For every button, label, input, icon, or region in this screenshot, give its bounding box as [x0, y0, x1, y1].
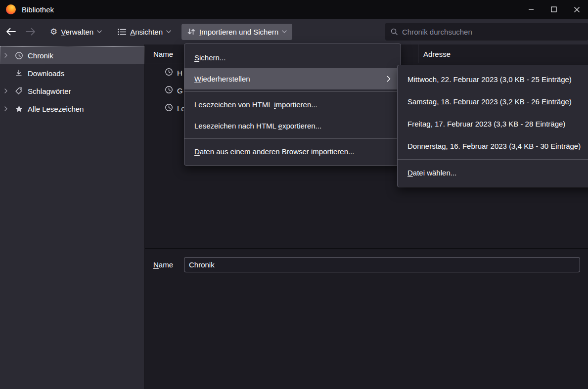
submenu-item-backup-date[interactable]: Freitag, 17. Februar 2023 (3,3 KB - 28 E… [398, 113, 588, 135]
menu-item-sichern[interactable]: Sichern... [184, 47, 401, 68]
forward-button[interactable] [22, 23, 40, 41]
pane-splitter[interactable] [145, 248, 588, 249]
menu-item-label: Freitag, 17. Februar 2023 (3,3 KB - 28 E… [407, 120, 565, 128]
submenu-arrow-icon [387, 76, 391, 82]
back-button[interactable] [2, 23, 20, 41]
gear-icon: ⚙ [50, 28, 57, 36]
back-arrow-icon [5, 27, 16, 36]
minimize-button[interactable] [520, 0, 543, 19]
submenu-item-datei-waehlen[interactable]: Datei wählen... [398, 162, 588, 184]
menu-item-wiederherstellen[interactable]: Wiederherstellen [184, 68, 401, 89]
tag-icon [14, 87, 23, 95]
verwalten-button[interactable]: ⚙ Verwalten [45, 24, 107, 40]
detail-name-input[interactable] [184, 257, 580, 272]
menu-item-lesezeichen-exportieren[interactable]: Lesezeichen nach HTML exportieren... [184, 115, 401, 136]
toolbar: ⚙ Verwalten Ansichten Importieren und Si… [0, 19, 588, 44]
importieren-und-sichern-button[interactable]: Importieren und Sichern [181, 24, 292, 40]
chevron-down-icon [97, 30, 102, 33]
column-header-adresse[interactable]: Adresse [418, 44, 588, 63]
sidebar: Chronik Downloads Schlagwörter Alle Lese… [0, 44, 145, 389]
sidebar-item-label: Chronik [28, 51, 53, 60]
ansichten-label: Ansichten [130, 28, 163, 36]
expand-chevron-icon[interactable] [4, 88, 10, 94]
history-row-label: H [177, 69, 182, 77]
menu-item-label: Lesezeichen von HTML importieren... [194, 100, 317, 109]
submenu-item-backup-date[interactable]: Mittwoch, 22. Februar 2023 (3,0 KB - 25 … [398, 68, 588, 90]
menu-item-daten-importieren[interactable]: Daten aus einem anderen Browser importie… [184, 141, 401, 162]
search-input[interactable] [402, 28, 583, 36]
submenu-item-backup-date[interactable]: Donnerstag, 16. Februar 2023 (3,4 KB - 3… [398, 135, 588, 157]
clock-icon [14, 51, 23, 60]
wiederherstellen-submenu: Mittwoch, 22. Februar 2023 (3,0 KB - 25 … [397, 65, 588, 187]
history-row-label: G [177, 86, 183, 95]
menu-item-label: Samstag, 18. Februar 2023 (3,2 KB - 26 E… [407, 97, 572, 106]
minimize-icon [528, 6, 534, 12]
ansichten-button[interactable]: Ansichten [112, 24, 177, 40]
close-icon [574, 6, 580, 13]
star-icon [14, 105, 23, 113]
search-box [385, 23, 588, 41]
sidebar-item-label: Downloads [28, 69, 64, 78]
sidebar-item-label: Alle Lesezeichen [28, 105, 84, 113]
window-title: Bibliothek [22, 5, 54, 14]
expand-chevron-icon[interactable] [4, 52, 10, 58]
sidebar-item-chronik[interactable]: Chronik [0, 46, 144, 64]
menu-item-lesezeichen-importieren[interactable]: Lesezeichen von HTML importieren... [184, 94, 401, 115]
menu-item-label: Lesezeichen nach HTML exportieren... [194, 122, 321, 130]
maximize-icon [551, 6, 557, 12]
menu-item-label: Sichern... [194, 53, 226, 62]
clock-icon [165, 86, 173, 95]
window-controls [520, 0, 588, 19]
forward-arrow-icon [25, 27, 36, 36]
sidebar-item-downloads[interactable]: Downloads [0, 64, 144, 82]
search-icon [390, 28, 398, 36]
importieren-und-sichern-menu: Sichern... Wiederherstellen Lesezeichen … [184, 43, 401, 166]
titlebar: Bibliothek [0, 0, 588, 19]
chevron-down-icon [282, 30, 287, 33]
menu-separator [398, 159, 588, 160]
views-list-icon [118, 28, 127, 36]
close-button[interactable] [565, 0, 588, 19]
importieren-und-sichern-label: Importieren und Sichern [199, 28, 278, 36]
verwalten-label: Verwalten [61, 28, 93, 36]
sidebar-item-schlagwoerter[interactable]: Schlagwörter [0, 82, 144, 100]
import-export-arrows-icon [187, 28, 196, 36]
menu-separator [184, 91, 401, 92]
submenu-item-backup-date[interactable]: Samstag, 18. Februar 2023 (3,2 KB - 26 E… [398, 90, 588, 113]
firefox-logo-icon [6, 4, 16, 14]
clock-icon [165, 103, 173, 113]
menu-item-label: Mittwoch, 22. Februar 2023 (3,0 KB - 25 … [407, 75, 572, 84]
clock-icon [165, 68, 173, 78]
expand-chevron-icon[interactable] [4, 106, 10, 112]
sidebar-item-alle-lesezeichen[interactable]: Alle Lesezeichen [0, 100, 144, 118]
download-icon [14, 69, 23, 77]
column-header-name[interactable]: Name [153, 44, 173, 63]
detail-name-label: Name [153, 260, 173, 269]
chevron-down-icon [166, 30, 171, 33]
menu-item-label: Daten aus einem anderen Browser importie… [194, 147, 355, 156]
menu-item-label: Donnerstag, 16. Februar 2023 (3,4 KB - 3… [407, 142, 581, 150]
menu-item-label: Datei wählen... [407, 169, 456, 177]
menu-separator [184, 138, 401, 139]
sidebar-item-label: Schlagwörter [28, 87, 71, 95]
maximize-button[interactable] [543, 0, 565, 19]
menu-item-label: Wiederherstellen [194, 75, 250, 83]
